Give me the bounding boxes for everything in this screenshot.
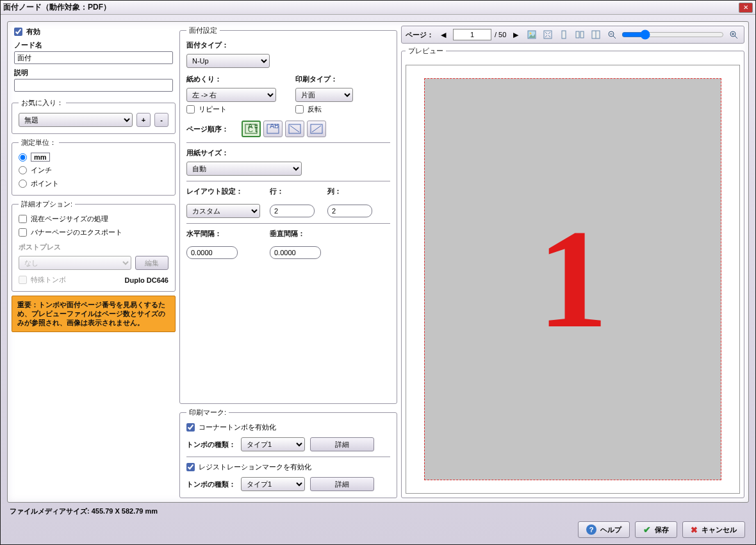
svg-line-19 — [613, 36, 616, 38]
feed-select[interactable]: 左 -> 右 — [186, 88, 276, 102]
preview-page-number: 1 — [538, 198, 608, 360]
fit-width-icon[interactable] — [557, 28, 570, 41]
invert-label: 反転 — [308, 105, 322, 114]
two-page-icon[interactable] — [573, 28, 586, 41]
print-marks-legend: 印刷マーク: — [186, 408, 229, 417]
zoom-in-icon[interactable] — [727, 28, 740, 41]
advanced-group: 詳細オプション: 混在ページサイズの処理 バナーページのエクスポート ポストプレ… — [12, 199, 176, 292]
right-panel: ページ： ◀ / 50 ▶ プレビュー — [401, 26, 744, 498]
enable-checkbox[interactable] — [14, 28, 22, 36]
preview-page: 1 — [424, 78, 721, 480]
page-label: ページ： — [406, 30, 434, 40]
postpress-label: ポストプレス — [19, 242, 168, 252]
print-marks-group: 印刷マーク: コーナートンボを有効化 トンボの種類： タイプ1 詳細 レジストレ… — [179, 408, 397, 498]
show-image-icon[interactable] — [525, 28, 538, 41]
vgap-input[interactable] — [270, 246, 321, 259]
tombo-kind-select-2[interactable]: タイプ1 — [241, 477, 305, 491]
cancel-button[interactable]: ✖ キャンセル — [682, 521, 745, 538]
help-button-label: ヘルプ — [600, 525, 621, 535]
page-order-option-2[interactable]: AB — [263, 121, 283, 137]
page-order-option-4[interactable] — [307, 121, 326, 137]
favorites-select[interactable]: 無題 — [19, 113, 133, 127]
enable-checkbox-row[interactable]: 有効 — [14, 27, 173, 37]
print-type-select[interactable]: 片面 — [295, 88, 353, 102]
mixed-pages-checkbox[interactable] — [19, 215, 27, 223]
favorite-add-button[interactable]: + — [136, 113, 151, 127]
svg-line-7 — [290, 126, 299, 132]
save-button[interactable]: ✔ 保存 — [635, 521, 677, 538]
layout-select[interactable]: カスタム — [186, 204, 260, 218]
content-area: 有効 ノード名 説明 お気に入り： 無題 + — [1, 15, 755, 544]
description-label: 説明 — [14, 68, 173, 78]
banner-export-row[interactable]: バナーページのエクスポート — [19, 228, 168, 237]
help-button[interactable]: ? ヘルプ — [578, 521, 630, 538]
page-order-option-1[interactable]: A BC D — [242, 121, 261, 137]
grid-view-icon[interactable] — [589, 28, 602, 41]
hgap-input[interactable] — [186, 246, 238, 259]
zoom-slider[interactable] — [621, 29, 724, 40]
unit-mm-radio[interactable] — [19, 153, 27, 162]
advanced-legend: 詳細オプション: — [19, 199, 75, 209]
unit-point-row[interactable]: ポイント — [19, 179, 168, 189]
unit-group: 測定単位： mm インチ ポイント — [12, 138, 176, 196]
svg-rect-12 — [544, 31, 552, 38]
page-number-input[interactable] — [453, 29, 491, 40]
postpress-select: なし — [19, 256, 131, 270]
unit-inch-row[interactable]: インチ — [19, 165, 168, 175]
feed-label: 紙めくり： — [186, 74, 276, 84]
imposition-type-select[interactable]: N-Up — [186, 54, 270, 68]
rows-label: 行： — [270, 187, 321, 196]
unit-mm-label: mm — [31, 153, 50, 162]
prev-page-button[interactable]: ◀ — [437, 28, 450, 41]
imposition-settings-group: 面付設定 面付タイプ： N-Up 紙めくり： 左 -> 右 — [179, 26, 397, 404]
cancel-icon: ✖ — [691, 525, 698, 535]
svg-text:B: B — [274, 124, 279, 130]
favorite-remove-button[interactable]: - — [154, 113, 168, 127]
vgap-label: 垂直間隔： — [270, 229, 347, 239]
description-input[interactable] — [14, 79, 173, 92]
invert-checkbox[interactable] — [295, 105, 304, 113]
repeat-row[interactable]: リピート — [186, 105, 276, 114]
unit-point-label: ポイント — [31, 179, 59, 189]
window-title: 面付ノード（動作対象：PDF） — [3, 2, 111, 13]
fit-page-icon[interactable] — [541, 28, 554, 41]
help-icon: ? — [586, 524, 596, 535]
paper-size-select[interactable]: 自動 — [186, 162, 302, 176]
unit-mm-row[interactable]: mm — [19, 153, 168, 162]
unit-inch-radio[interactable] — [19, 166, 27, 174]
hgap-label: 水平間隔： — [186, 229, 263, 239]
invert-row[interactable]: 反転 — [295, 105, 353, 114]
page-order-option-3[interactable] — [285, 121, 304, 137]
svg-point-11 — [530, 33, 532, 35]
cols-input[interactable] — [327, 205, 372, 217]
registration-enable-checkbox[interactable] — [186, 463, 195, 471]
svg-rect-15 — [580, 31, 584, 38]
tombo-details-button-1[interactable]: 詳細 — [310, 437, 374, 451]
preview-viewport[interactable]: 1 — [406, 65, 740, 494]
repeat-checkbox[interactable] — [186, 105, 195, 113]
unit-inch-label: インチ — [31, 165, 52, 175]
left-panel: 有効 ノード名 説明 お気に入り： 無題 + — [12, 26, 176, 498]
mixed-pages-label: 混在ページサイズの処理 — [31, 214, 108, 224]
unit-point-radio[interactable] — [19, 180, 27, 188]
registration-enable-row[interactable]: レジストレーションマークを有効化 — [186, 462, 390, 472]
node-name-input[interactable] — [14, 51, 173, 64]
banner-export-checkbox[interactable] — [19, 228, 27, 237]
titlebar: 面付ノード（動作対象：PDF） ✕ — [1, 1, 755, 15]
save-button-label: 保存 — [655, 525, 669, 535]
tombo-details-button-2[interactable]: 詳細 — [310, 477, 374, 491]
mixed-pages-row[interactable]: 混在ページサイズの処理 — [19, 214, 168, 224]
rows-input[interactable] — [270, 205, 315, 217]
unit-legend: 測定単位： — [19, 138, 59, 147]
close-button[interactable]: ✕ — [739, 3, 753, 13]
zoom-out-icon[interactable] — [605, 28, 618, 41]
svg-line-9 — [312, 126, 321, 132]
tombo-kind-select-1[interactable]: タイプ1 — [241, 437, 305, 451]
tombo-kind-label-1: トンボの種類： — [186, 440, 236, 449]
check-icon: ✔ — [643, 524, 651, 535]
corner-enable-row[interactable]: コーナートンボを有効化 — [186, 423, 390, 432]
corner-enable-checkbox[interactable] — [186, 423, 195, 432]
next-page-button[interactable]: ▶ — [509, 28, 522, 41]
imposition-settings-legend: 面付設定 — [186, 26, 220, 35]
svg-rect-14 — [576, 31, 579, 38]
